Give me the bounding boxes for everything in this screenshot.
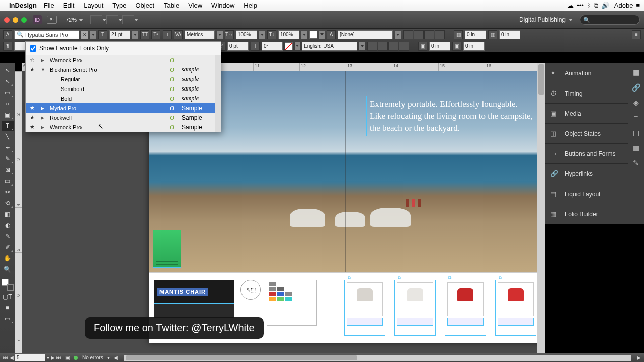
inset-b[interactable]: 0 in: [463, 42, 485, 51]
page-dd[interactable]: ▾: [47, 355, 49, 360]
preflight-status[interactable]: No errors: [82, 355, 103, 360]
lang-dd[interactable]: [359, 42, 365, 50]
favorite-star-icon[interactable]: ★: [30, 105, 37, 111]
menu-window[interactable]: Window: [211, 2, 234, 9]
inset-t[interactable]: 0 in: [429, 42, 450, 51]
prev-page-button[interactable]: ◀: [10, 355, 14, 360]
bt-icon[interactable]: ᛒ: [587, 2, 591, 9]
product-card[interactable]: ⧉: [344, 280, 385, 336]
hand-tool[interactable]: ✋: [2, 253, 14, 263]
mac-app-name[interactable]: InDesign: [9, 2, 37, 9]
page-tool[interactable]: ▭: [2, 87, 14, 98]
product-card[interactable]: ⧉: [445, 280, 486, 336]
menu-table[interactable]: Table: [164, 2, 179, 9]
desc-frame[interactable]: [154, 303, 234, 318]
scroll-down-icon[interactable]: ▼: [215, 126, 221, 132]
align-center[interactable]: [414, 30, 424, 39]
language-field[interactable]: English: USA: [302, 42, 357, 51]
col-count[interactable]: 0 in: [465, 30, 486, 39]
note-tool[interactable]: ✎: [2, 231, 14, 241]
vol-icon[interactable]: 🔊: [601, 2, 609, 9]
gradient-feather-tool[interactable]: ◐: [2, 220, 14, 230]
favorite-star-icon[interactable]: ★: [30, 66, 37, 73]
charstyle-field[interactable]: [None]: [338, 30, 393, 39]
layers-panel-icon[interactable]: ◈: [633, 99, 639, 107]
font-size-field[interactable]: 21 pt: [109, 30, 130, 39]
font-item-bickham-script-pro[interactable]: ★ ▼ Bickham Script Pro O sample: [26, 65, 221, 74]
max-window[interactable]: [21, 17, 27, 23]
vscale-field[interactable]: 100%: [278, 30, 299, 39]
align-left[interactable]: [403, 30, 413, 39]
content-collector-tool[interactable]: ▣: [2, 110, 14, 120]
size-dd-icon[interactable]: [132, 31, 138, 39]
just-center[interactable]: [378, 42, 388, 51]
baseline-field[interactable]: 0 pt: [227, 42, 249, 51]
menu-extras-icon[interactable]: ≡: [636, 2, 640, 9]
screen-mode[interactable]: [106, 15, 118, 24]
favorite-star-icon[interactable]: ☆: [30, 57, 37, 63]
gutter[interactable]: 0 in: [499, 30, 520, 39]
expand-arrow-icon[interactable]: ▶: [41, 125, 46, 130]
menu-object[interactable]: Object: [136, 2, 155, 9]
product-title-frame[interactable]: MANTIS CHAIR: [154, 280, 234, 304]
fill-dd[interactable]: [319, 31, 325, 39]
formatting-text[interactable]: ▢T: [2, 292, 14, 302]
view-options[interactable]: [90, 15, 102, 24]
selection-tool[interactable]: ↖: [2, 65, 14, 75]
menu-edit[interactable]: Edit: [63, 2, 74, 9]
show-favorites-checkbox[interactable]: [30, 45, 36, 52]
super-icon[interactable]: T¹: [151, 30, 160, 39]
rect-frame-tool[interactable]: ⊠: [2, 165, 14, 175]
arrange-docs[interactable]: [122, 15, 134, 24]
panel-animation[interactable]: ✦Animation: [545, 63, 628, 83]
swatches-panel-icon[interactable]: ▦: [633, 144, 639, 152]
scissors-tool[interactable]: ✂: [2, 187, 14, 197]
clear-font-button[interactable]: ✕: [81, 31, 88, 39]
zoom-level[interactable]: 72%: [66, 17, 77, 23]
hscroll-right[interactable]: ▶: [637, 355, 641, 360]
help-search[interactable]: 🔍: [580, 15, 640, 25]
menu-layout[interactable]: Layout: [84, 2, 103, 9]
panel-liquid-layout[interactable]: ▤Liquid Layout: [545, 184, 628, 204]
hscale-field[interactable]: 100%: [236, 30, 257, 39]
expand-arrow-icon[interactable]: ▶: [41, 58, 46, 63]
menu-view[interactable]: View: [188, 2, 202, 9]
favorite-star-icon[interactable]: ★: [30, 124, 37, 130]
menu-type[interactable]: Type: [112, 2, 126, 9]
hero-caption[interactable]: Extremely portable. Effortlessly loungab…: [366, 96, 537, 136]
page-field[interactable]: 5: [15, 354, 45, 361]
gradient-swatch-tool[interactable]: ◧: [2, 209, 14, 219]
stroke-swatch[interactable]: [285, 42, 293, 50]
wifi-icon[interactable]: ⧉: [594, 2, 598, 10]
min-window[interactable]: [13, 17, 18, 23]
pencil-tool[interactable]: ✎: [2, 154, 14, 164]
hscale-dd[interactable]: [259, 31, 265, 39]
screen-mode-tool[interactable]: ▭: [2, 314, 14, 324]
char-mode-icon[interactable]: A: [3, 30, 12, 39]
open-bridge[interactable]: ▣: [65, 355, 70, 360]
charstyle-dd[interactable]: [395, 31, 401, 39]
pages-panel-icon[interactable]: ▦: [633, 68, 639, 76]
pen-tool[interactable]: ✒: [2, 143, 14, 153]
expand-arrow-icon[interactable]: ▶: [41, 106, 46, 111]
panel-object-states[interactable]: ◫Object States: [545, 124, 628, 144]
menu-file[interactable]: File: [44, 2, 54, 9]
horizontal-scrollbar[interactable]: [124, 355, 631, 361]
font-item-rockwell[interactable]: ★ ▶ Rockwell O Sample: [26, 113, 221, 122]
allcaps-icon[interactable]: TT: [140, 30, 149, 39]
preflight-dd[interactable]: ▾: [107, 355, 110, 360]
green-object[interactable]: [153, 230, 181, 268]
stroke-dd[interactable]: [295, 42, 300, 50]
direct-select-tool[interactable]: ↖: [2, 76, 14, 86]
font-item-semibold[interactable]: Semibold O sample: [26, 84, 221, 94]
bridge-button[interactable]: Br: [47, 16, 57, 24]
product-card[interactable]: ⧉: [495, 280, 536, 336]
expand-arrow-icon[interactable]: ▶: [41, 115, 46, 120]
menu-help[interactable]: Help: [244, 2, 257, 9]
workspace-dd-icon[interactable]: [569, 19, 573, 21]
eyedropper-tool[interactable]: ✐: [2, 242, 14, 252]
zoom-dropdown-icon[interactable]: [79, 19, 83, 21]
first-page-button[interactable]: ⏮: [3, 355, 8, 360]
panel-folio-builder[interactable]: ▦Folio Builder: [545, 204, 628, 224]
zoom-tool[interactable]: 🔍: [2, 264, 14, 275]
